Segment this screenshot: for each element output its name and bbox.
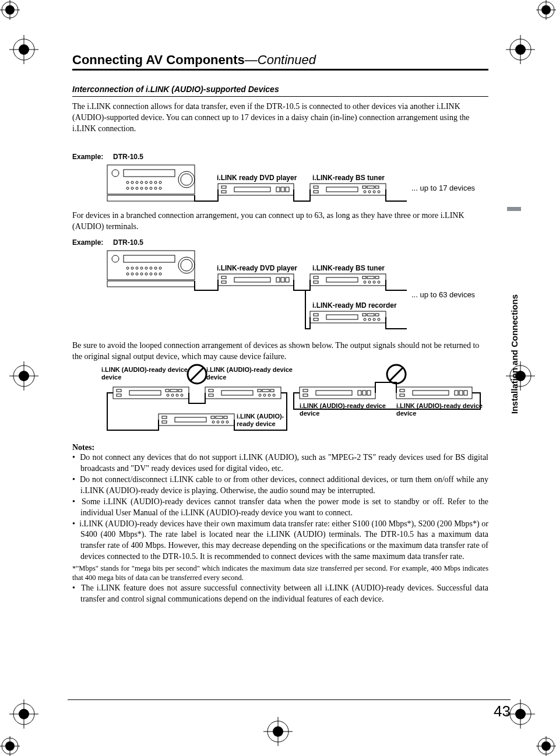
svg-rect-136 <box>117 389 121 392</box>
loop-label-d: i.LINK (AUDIO)-ready device <box>300 402 386 409</box>
svg-rect-152 <box>270 389 274 392</box>
svg-text:device: device <box>101 374 121 381</box>
svg-point-166 <box>221 421 224 423</box>
svg-rect-70 <box>276 187 280 192</box>
svg-rect-184 <box>413 391 449 395</box>
svg-rect-113 <box>310 274 386 286</box>
notes-list: Do not connect any devices that do not s… <box>72 452 488 562</box>
example-model: DTR-10.5 <box>113 238 143 247</box>
svg-rect-159 <box>162 421 167 423</box>
svg-point-83 <box>378 191 380 193</box>
svg-point-133 <box>373 318 375 321</box>
svg-point-154 <box>263 394 266 396</box>
svg-rect-79 <box>375 186 379 188</box>
diagram-forbidden-loop: i.LINK (AUDIO)-ready device device i.LIN… <box>72 363 488 438</box>
svg-text:device: device <box>300 410 319 417</box>
svg-rect-72 <box>286 187 289 192</box>
svg-rect-160 <box>175 417 206 422</box>
diagram-daisy-chain: i.LINK ready DVD player i.LINK-ready BS … <box>72 161 488 208</box>
svg-rect-74 <box>314 186 318 188</box>
diagram-branched: i.LINK-ready DVD player i.LINK-ready BS … <box>72 247 488 335</box>
page-title-main: Connecting AV Components <box>72 52 245 67</box>
footer-rule <box>68 699 511 700</box>
svg-rect-127 <box>326 315 358 319</box>
svg-point-123 <box>378 281 380 283</box>
svg-rect-89 <box>124 255 175 262</box>
svg-rect-137 <box>117 394 121 396</box>
svg-rect-183 <box>400 394 404 396</box>
svg-point-165 <box>217 421 219 423</box>
svg-point-58 <box>126 187 129 189</box>
svg-point-155 <box>268 394 270 396</box>
svg-rect-114 <box>314 276 318 279</box>
svg-rect-85 <box>107 281 195 287</box>
svg-rect-157 <box>159 414 234 426</box>
svg-rect-158 <box>162 416 167 419</box>
svg-rect-141 <box>178 389 182 392</box>
svg-rect-49 <box>124 170 175 177</box>
dvd-label: i.LINK ready DVD player <box>217 174 297 182</box>
svg-point-65 <box>159 187 161 189</box>
svg-rect-108 <box>221 281 226 283</box>
svg-point-60 <box>136 187 138 189</box>
svg-rect-67 <box>221 186 226 188</box>
svg-rect-149 <box>221 391 253 395</box>
prohibit-icon <box>188 365 206 384</box>
svg-point-156 <box>273 394 275 396</box>
svg-rect-140 <box>170 389 177 392</box>
svg-rect-162 <box>216 416 223 419</box>
svg-rect-185 <box>455 391 458 395</box>
svg-point-167 <box>226 421 228 423</box>
crop-mark-tl <box>0 0 20 20</box>
svg-rect-179 <box>363 391 366 395</box>
svg-point-96 <box>154 267 157 269</box>
registration-mark <box>263 717 304 756</box>
svg-rect-126 <box>314 318 318 321</box>
svg-point-95 <box>150 267 152 269</box>
svg-point-86 <box>112 255 119 262</box>
svg-rect-138 <box>129 391 161 395</box>
svg-rect-182 <box>400 389 404 392</box>
svg-rect-146 <box>205 387 281 399</box>
registration-mark <box>506 35 547 76</box>
svg-rect-177 <box>316 391 352 395</box>
svg-text:i.LINK (AUDIO)-: i.LINK (AUDIO)- <box>237 413 284 420</box>
svg-rect-163 <box>224 416 227 419</box>
svg-text:device: device <box>206 374 226 381</box>
registration-mark <box>9 699 50 740</box>
svg-rect-106 <box>218 274 294 286</box>
svg-rect-66 <box>218 184 294 195</box>
svg-point-51 <box>131 181 133 184</box>
svg-line-191 <box>390 368 403 381</box>
svg-point-142 <box>167 394 169 396</box>
svg-point-92 <box>136 267 138 269</box>
svg-point-93 <box>140 267 143 269</box>
loop-label-b: i.LINK (AUDIO)-ready device <box>206 366 293 373</box>
example-label: Example: <box>72 153 111 161</box>
upto-label: ... up to 17 devices <box>411 184 476 192</box>
svg-point-52 <box>136 181 138 184</box>
registration-mark <box>9 35 50 76</box>
prohibit-icon <box>387 365 406 384</box>
branched-paragraph: For devices in a branched connection arr… <box>72 210 488 233</box>
svg-point-61 <box>140 187 143 189</box>
svg-point-64 <box>154 187 157 189</box>
upto-label: ... up to 63 devices <box>411 290 476 299</box>
svg-point-132 <box>368 318 371 321</box>
svg-point-90 <box>126 267 129 269</box>
section-heading: Interconnection of i.LINK (AUDIO)-suppor… <box>72 85 488 97</box>
note-item: Do not connect/disconnect i.LINK cable t… <box>72 474 488 497</box>
title-rule <box>72 69 488 71</box>
svg-point-101 <box>140 273 143 275</box>
svg-text:ready device: ready device <box>237 420 276 427</box>
svg-rect-75 <box>314 191 318 193</box>
example-model: DTR-10.5 <box>113 153 143 161</box>
svg-point-105 <box>159 273 161 275</box>
svg-rect-129 <box>367 314 374 316</box>
svg-point-82 <box>373 191 375 193</box>
svg-rect-150 <box>258 389 261 392</box>
svg-point-103 <box>150 273 152 275</box>
svg-rect-124 <box>310 311 386 323</box>
svg-rect-178 <box>358 391 361 395</box>
svg-rect-139 <box>166 389 169 392</box>
